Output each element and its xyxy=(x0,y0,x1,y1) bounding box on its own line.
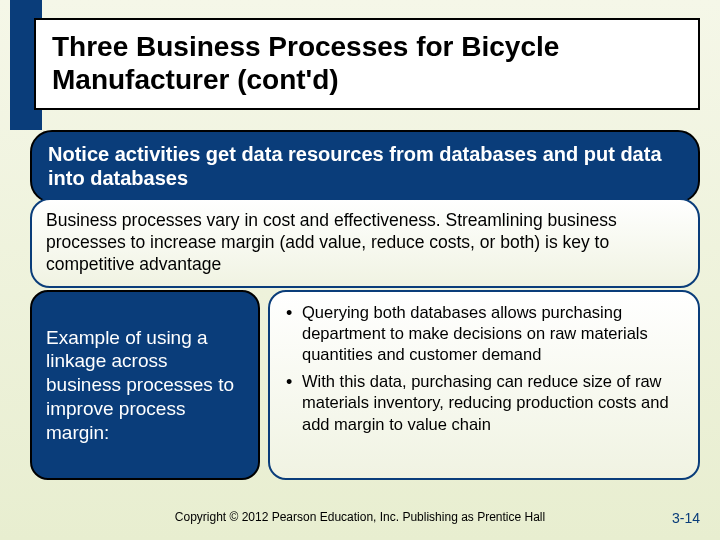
callout-notice-text: Notice activities get data resources fro… xyxy=(48,142,682,191)
callout-notice: Notice activities get data resources fro… xyxy=(30,130,700,203)
callout-processes-text: Business processes vary in cost and effe… xyxy=(46,210,684,276)
copyright-text: Copyright © 2012 Pearson Education, Inc.… xyxy=(0,510,720,524)
example-label-text: Example of using a linkage across busine… xyxy=(46,326,244,445)
slide-title: Three Business Processes for Bicycle Man… xyxy=(52,30,682,96)
example-row: Example of using a linkage across busine… xyxy=(30,290,700,480)
bullet-list: Querying both databases allows purchasin… xyxy=(280,302,684,435)
callout-processes: Business processes vary in cost and effe… xyxy=(30,198,700,288)
example-bullets-box: Querying both databases allows purchasin… xyxy=(268,290,700,480)
page-number: 3-14 xyxy=(672,510,700,526)
slide-title-box: Three Business Processes for Bicycle Man… xyxy=(34,18,700,110)
list-item: With this data, purchasing can reduce si… xyxy=(280,371,684,434)
list-item: Querying both databases allows purchasin… xyxy=(280,302,684,365)
example-label-box: Example of using a linkage across busine… xyxy=(30,290,260,480)
